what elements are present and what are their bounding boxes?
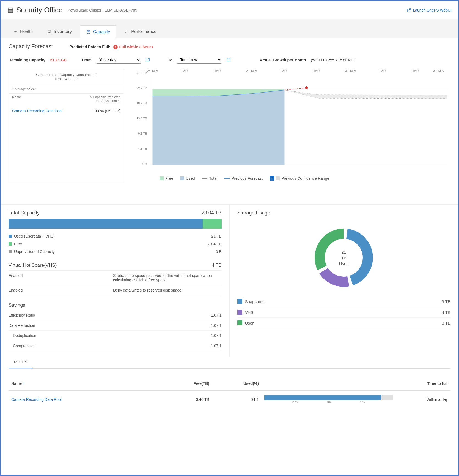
svg-text:18.2 TB: 18.2 TB — [136, 102, 147, 105]
svg-text:4.5 TB: 4.5 TB — [138, 147, 147, 150]
svg-text:29. May: 29. May — [246, 69, 257, 72]
svg-rect-15 — [227, 58, 230, 61]
svg-point-7 — [87, 30, 90, 31]
heartbeat-icon — [13, 29, 18, 34]
svg-rect-2 — [8, 11, 13, 12]
tab-performance[interactable]: Performance — [119, 25, 163, 38]
svg-text:13.6 TB: 13.6 TB — [136, 117, 147, 120]
capacity-row: Unprovisioned Capacity0 B — [9, 248, 222, 255]
usage-row: Snapshots9 TB — [237, 296, 451, 307]
col-used[interactable]: Used(%) — [209, 381, 259, 386]
tab-health[interactable]: Health — [7, 25, 39, 38]
savings-title: Savings — [9, 303, 25, 308]
cluster-subtitle: PowerScale Cluster | ELMISLFAGEF789 — [68, 8, 137, 12]
tab-capacity[interactable]: Capacity — [80, 25, 116, 38]
contributor-value: 100% (960 GB) — [94, 109, 121, 113]
pool-link[interactable]: Camera Recording Data Pool — [11, 397, 62, 402]
svg-rect-11 — [146, 58, 149, 61]
pool-used: 91.1 — [209, 397, 259, 402]
pools-section: POOLS Name ↑ Free(TB) Used(%) Time to fu… — [1, 357, 458, 414]
contributors-panel: Contributors to Capacity Consumption Nex… — [9, 69, 124, 183]
svg-text:31. May: 31. May — [433, 69, 444, 72]
contributors-count: 1 storage object — [9, 85, 124, 94]
col-name: Name — [12, 95, 21, 103]
capacity-row: Used (Userdata + VHS)21 TB — [9, 232, 222, 240]
to-label: To — [168, 58, 172, 62]
page-title: Security Office — [16, 6, 63, 14]
pool-row: Camera Recording Data Pool 0.46 TB 91.1 … — [9, 391, 450, 408]
capacity-row: Free2.04 TB — [9, 240, 222, 248]
growth-value: (58.9 TB) 255.7 % of Total — [311, 58, 355, 62]
vhs-title: Virtual Hot Spare(VHS) — [9, 263, 57, 268]
contributors-subtitle: Next 24 hours — [13, 77, 120, 81]
svg-text:28. May: 28. May — [147, 69, 158, 72]
remaining-value: 613.4 GB — [50, 58, 67, 62]
col-pct-l2: To Be Consumed — [89, 99, 120, 103]
calendar-icon[interactable] — [226, 57, 231, 62]
to-select[interactable]: Tomorrow — [177, 56, 221, 64]
page-header: Security Office PowerScale Cluster | ELM… — [1, 1, 458, 19]
total-capacity-title: Total Capacity — [9, 210, 40, 216]
col-name[interactable]: Name ↑ — [11, 381, 154, 386]
pool-free: 0.46 TB — [154, 397, 209, 402]
forecast-title: Capacity Forecast — [9, 43, 53, 50]
col-ttf[interactable]: Time to full — [398, 381, 448, 386]
svg-text:9.1 TB: 9.1 TB — [138, 132, 147, 135]
pool-ttf: Within a day — [398, 397, 448, 402]
from-select[interactable]: Yesterday — [97, 56, 141, 64]
contributor-link[interactable]: Camera Recording Data Pool — [12, 109, 62, 113]
svg-text:16:00: 16:00 — [413, 69, 420, 72]
forecast-chart: 27.3 TB 22.7 TB 18.2 TB 13.6 TB 9.1 TB 4… — [124, 69, 450, 183]
disk-icon — [86, 30, 91, 34]
svg-text:16:00: 16:00 — [215, 69, 222, 72]
donut-center-label: 21 TB Used — [339, 249, 349, 266]
vhs-value: 4 TB — [212, 263, 222, 268]
remaining-label: Remaining Capacity — [9, 58, 45, 62]
svg-rect-0 — [8, 8, 13, 9]
predicted-label: Predicted Date to Full: — [69, 45, 110, 49]
from-label: From — [82, 58, 92, 62]
capacity-bar — [9, 219, 222, 229]
contributor-row: Camera Recording Data Pool 100% (960 GB) — [9, 106, 124, 116]
svg-rect-1 — [8, 9, 13, 11]
area-chart-svg: 27.3 TB 22.7 TB 18.2 TB 13.6 TB 9.1 TB 4… — [127, 69, 450, 173]
total-capacity-value: 23.04 TB — [202, 210, 222, 216]
col-free[interactable]: Free(TB) — [154, 381, 209, 386]
svg-text:0 B: 0 B — [142, 162, 147, 165]
contributors-title: Contributors to Capacity Consumption — [13, 73, 120, 77]
predicted-value: ! Full within 6 hours — [113, 45, 153, 49]
pool-usage-bar: 25%50%75% — [264, 395, 393, 404]
svg-text:08:00: 08:00 — [182, 69, 189, 72]
growth-label: Actual Growth per Month — [260, 58, 306, 62]
usage-row: VHS4 TB — [237, 307, 451, 318]
bar-chart-icon — [125, 29, 129, 34]
launch-webui-link[interactable]: Launch OneFS WebUI — [407, 8, 452, 12]
svg-point-39 — [305, 86, 308, 89]
storage-usage-title: Storage Usage — [237, 210, 270, 216]
svg-text:08:00: 08:00 — [380, 69, 387, 72]
svg-text:27.3 TB: 27.3 TB — [136, 71, 147, 75]
donut-chart: 21 TB Used — [237, 219, 451, 296]
pools-tab[interactable]: POOLS — [9, 357, 33, 368]
col-pct-l1: % Capacity Predicted — [89, 95, 120, 99]
tab-inventory[interactable]: Inventory — [41, 25, 78, 38]
svg-text:08:00: 08:00 — [281, 69, 288, 72]
confidence-range-checkbox[interactable]: ✓Previous Confidence Range — [270, 176, 329, 181]
list-icon — [47, 29, 51, 34]
external-link-icon — [407, 8, 411, 12]
tabs-bar: Health Inventory Capacity Performance — [1, 19, 458, 38]
storage-stack-icon — [7, 7, 13, 13]
calendar-icon[interactable] — [145, 57, 150, 62]
usage-row: User8 TB — [237, 318, 451, 328]
svg-text:16:00: 16:00 — [314, 69, 321, 72]
svg-text:30. May: 30. May — [345, 69, 356, 72]
svg-text:22.7 TB: 22.7 TB — [136, 86, 147, 90]
sort-asc-icon: ↑ — [23, 381, 25, 386]
alert-icon: ! — [113, 45, 118, 49]
capacity-forecast-section: Capacity Forecast Predicted Date to Full… — [1, 38, 458, 188]
chart-legend: Free Used Total Previous Forecast ✓Previ… — [127, 174, 450, 183]
